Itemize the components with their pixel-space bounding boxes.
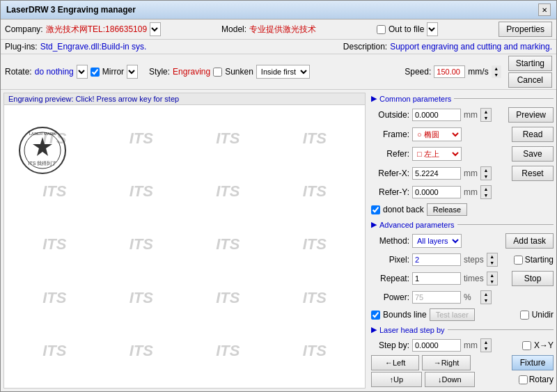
plugins-value: Std_Engrave.dll:Build-in sys. (40, 42, 147, 52)
refer-x-down[interactable]: ▼ (481, 173, 491, 180)
out-to-file-dropdown[interactable] (427, 22, 438, 36)
step-by-row: Step by: 0.0000 mm ▲ ▼ X→Y (371, 337, 554, 354)
rotary-checkbox[interactable] (519, 375, 528, 384)
mirror-dropdown[interactable] (127, 65, 138, 79)
watermark-text: ITS (303, 130, 327, 148)
rotate-dropdown[interactable] (77, 65, 88, 79)
bounds-line-checkbox[interactable] (371, 311, 380, 320)
properties-button[interactable]: Properties (499, 22, 552, 37)
mirror-checkbox[interactable] (91, 68, 100, 77)
refer-y-down[interactable]: ▼ (481, 192, 491, 198)
main-area: Engraving preview: Click! Press arrow ke… (1, 90, 556, 391)
reset-button[interactable]: Reset (512, 166, 554, 181)
stamp-image: ITS 我得到了 LASER MARK (18, 126, 67, 175)
style-label: Style: (149, 67, 170, 77)
watermark-text: ITS (42, 182, 66, 201)
power-up[interactable]: ▲ (481, 291, 491, 297)
speed-down-btn[interactable]: ▼ (492, 72, 501, 78)
add-task-button[interactable]: Add task (505, 233, 554, 249)
watermark-text: ITS (130, 182, 153, 201)
frame-select[interactable]: ○ 椭圆 (412, 127, 462, 141)
read-button[interactable]: Read (512, 127, 554, 142)
repeat-up[interactable]: ▲ (487, 272, 497, 279)
model-label: Model: (221, 24, 246, 34)
watermark-text: ITS (216, 130, 240, 148)
watermark-text: ITS (42, 235, 66, 253)
watermark-text: ITS (130, 342, 153, 360)
watermark-row-5: ITS ITS ITS ITS (11, 342, 358, 360)
refer-y-unit: mm (464, 187, 478, 197)
speed-label: Speed: (405, 67, 431, 77)
step-by-label: Step by: (371, 340, 409, 350)
test-laser-button[interactable]: Test laser (430, 308, 475, 321)
power-input[interactable]: 75 (412, 291, 461, 304)
x-arrow-y-checkbox[interactable] (522, 341, 531, 350)
power-down[interactable]: ▼ (481, 297, 491, 304)
x-arrow-y-label: X→Y (534, 340, 554, 350)
step-by-spinner[interactable]: ▲ ▼ (480, 338, 492, 352)
rotate-value: do nothing (35, 67, 74, 77)
close-button[interactable]: ✕ (538, 3, 551, 16)
pixel-spinner[interactable]: ▲ ▼ (487, 253, 498, 267)
release-button[interactable]: Release (427, 203, 467, 216)
right-button[interactable]: →Right (422, 355, 470, 370)
repeat-spinner[interactable]: ▲ ▼ (487, 272, 498, 285)
refer-y-input[interactable]: 0.0000 (412, 186, 461, 198)
watermark-row-3: ITS ITS ITS ITS (11, 235, 358, 253)
outside-input[interactable]: 0.0000 (412, 109, 461, 121)
donot-back-label: donot back (383, 205, 424, 214)
left-button[interactable]: ←Left (371, 355, 419, 370)
method-select[interactable]: All layers (412, 234, 462, 248)
outside-up[interactable]: ▲ (481, 109, 491, 115)
out-to-file-checkbox[interactable] (377, 25, 386, 34)
unidir-checkbox[interactable] (520, 311, 529, 320)
down-button[interactable]: ↓Down (425, 372, 476, 387)
watermark-row-2: ITS ITS ITS ITS (11, 182, 358, 201)
refer-select[interactable]: □ 左上 (412, 147, 462, 161)
pixel-row: Pixel: 2 steps ▲ ▼ Starting (371, 251, 554, 268)
step-by-input[interactable]: 0.0000 (412, 339, 461, 352)
advanced-params-header: ▶ Advanced parameters (371, 219, 554, 230)
save-button[interactable]: Save (512, 146, 554, 162)
step-by-up[interactable]: ▲ (481, 339, 491, 345)
company-dropdown[interactable] (150, 22, 161, 36)
stop-button[interactable]: Stop (512, 271, 554, 286)
outside-down[interactable]: ▼ (481, 115, 491, 121)
repeat-down[interactable]: ▼ (487, 279, 497, 285)
inside-first-select[interactable]: Inside first (256, 65, 310, 79)
toolbar-row-2: Plug-ins: Std_Engrave.dll:Build-in sys. … (1, 40, 556, 54)
preview-button[interactable]: Preview (508, 107, 554, 123)
pixel-label: Pixel: (371, 255, 409, 265)
style-value: Engraving (173, 67, 210, 77)
repeat-input[interactable]: 1 (412, 272, 461, 285)
starting-checkbox[interactable] (514, 256, 523, 265)
preview-content[interactable]: ITS ITS ITS ITS ITS ITS ITS ITS ITS ITS (4, 105, 365, 384)
speed-up-btn[interactable]: ▲ (492, 65, 501, 72)
pixel-up[interactable]: ▲ (487, 253, 497, 260)
outside-spinner[interactable]: ▲ ▼ (480, 108, 492, 122)
rotate-label: Rotate: (5, 67, 32, 77)
refer-x-unit: mm (464, 168, 478, 178)
refer-x-input[interactable]: 5.2224 (412, 167, 461, 180)
preview-header: Engraving preview: Click! Press arrow ke… (4, 93, 365, 105)
refer-x-spinner[interactable]: ▲ ▼ (480, 166, 492, 180)
method-label: Method: (371, 236, 409, 246)
pixel-down[interactable]: ▼ (487, 260, 497, 266)
speed-input[interactable]: 150.00 (434, 65, 465, 78)
refer-y-spinner[interactable]: ▲ ▼ (480, 185, 492, 199)
pixel-input[interactable]: 2 (412, 253, 461, 266)
svg-text:LASER MARK: LASER MARK (29, 132, 56, 136)
step-by-down[interactable]: ▼ (481, 345, 491, 352)
cancel-button[interactable]: Cancel (508, 72, 552, 88)
power-spinner[interactable]: ▲ ▼ (480, 290, 492, 304)
starting-button-top[interactable]: Starting (508, 56, 552, 71)
donot-back-checkbox[interactable] (371, 205, 380, 214)
watermark-text: ITS (303, 182, 327, 201)
unidir-label: Unidir (532, 310, 554, 320)
fixture-button[interactable]: Fixture (512, 355, 554, 370)
sunken-checkbox[interactable] (213, 68, 222, 77)
refer-y-up[interactable]: ▲ (481, 186, 491, 192)
nav-row-2: ↑Up ↓Down Rotary (371, 372, 554, 387)
up-button[interactable]: ↑Up (371, 372, 422, 387)
refer-x-up[interactable]: ▲ (481, 167, 491, 173)
